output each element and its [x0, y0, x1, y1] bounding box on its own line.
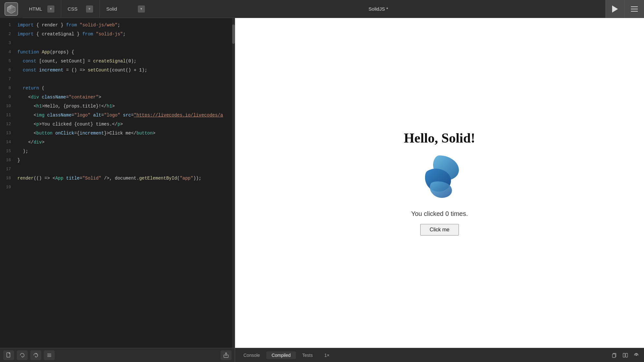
list-icon [46, 352, 52, 358]
project-title: SolidJS * [369, 6, 388, 12]
code-line-16: } [17, 156, 235, 165]
run-icon [612, 5, 618, 13]
editor-tabs: HTML ▾ CSS ▾ Solid ▾ [23, 0, 151, 18]
tab-html[interactable]: HTML ▾ [23, 0, 61, 18]
solidjs-logo [414, 152, 465, 204]
code-line-15: ); [17, 147, 235, 156]
code-area: 1 2 3 4 5 6 7 8 9 10 11 12 13 14 15 16 1 [0, 18, 235, 348]
project-title-area: SolidJS * [151, 6, 605, 12]
hard-refresh-icon [33, 352, 39, 358]
tab-css[interactable]: CSS ▾ [61, 0, 100, 18]
code-line-17 [17, 165, 235, 174]
copy-icon-button[interactable] [610, 351, 619, 360]
editor-body[interactable]: 1 2 3 4 5 6 7 8 9 10 11 12 13 14 15 16 1 [0, 18, 235, 348]
tab-console[interactable]: Console [238, 351, 265, 359]
svg-point-19 [636, 355, 637, 356]
hamburger-icon-2 [631, 9, 638, 9]
tab-compiled[interactable]: Compiled [266, 351, 296, 359]
code-line-5: const [count, setCount] = createSignal(0… [17, 57, 235, 66]
code-line-3 [17, 39, 235, 48]
code-line-1: import { render } from "solid-js/web"; [17, 21, 235, 30]
share-icon [223, 352, 229, 358]
btab-icon-group [610, 351, 641, 360]
copy-icon [611, 352, 617, 358]
code-line-19 [17, 183, 235, 192]
preview-body: Hello, Solid! [235, 18, 644, 348]
hamburger-icon [631, 6, 638, 7]
new-file-button[interactable] [3, 350, 14, 360]
top-bar: HTML ▾ CSS ▾ Solid ▾ SolidJS * [0, 0, 644, 18]
preview-title: Hello, Solid! [404, 130, 475, 146]
scroll-thumb[interactable] [232, 24, 235, 44]
code-line-4: function App(props) { [17, 48, 235, 57]
tab-console-label: Console [243, 353, 260, 358]
code-line-13: <button onClick={increment}>Click me</bu… [17, 129, 235, 138]
soft-refresh-button[interactable] [17, 350, 28, 360]
tab-tests-label: Tests [302, 353, 313, 358]
tab-count-label: 1× [324, 353, 329, 358]
tab-compiled-label: Compiled [271, 353, 290, 358]
run-button[interactable] [605, 0, 625, 18]
tab-solid-label: Solid [106, 6, 117, 12]
bottom-tabs: Console Compiled Tests 1× [235, 348, 644, 362]
code-content[interactable]: import { render } from "solid-js/web"; i… [15, 18, 235, 348]
tab-count-badge[interactable]: 1× [319, 351, 335, 359]
columns-icon [622, 352, 628, 358]
hard-refresh-button[interactable] [30, 350, 41, 360]
svg-marker-8 [35, 356, 36, 357]
code-line-8: return ( [17, 84, 235, 93]
editor-bottom-toolbar [0, 348, 235, 362]
menu-button[interactable] [625, 0, 644, 18]
code-line-14: </div> [17, 138, 235, 147]
click-count-text: You clicked 0 times. [411, 210, 468, 218]
tab-solid-chevron[interactable]: ▾ [138, 5, 145, 13]
broadcast-icon-button[interactable] [632, 351, 641, 360]
tab-css-label: CSS [68, 6, 78, 12]
livecodes-logo [5, 2, 18, 16]
tab-css-chevron[interactable]: ▾ [86, 5, 93, 13]
tab-tests[interactable]: Tests [297, 351, 318, 359]
new-file-icon [6, 352, 12, 358]
code-line-12: <p>You clicked {count} times.</p> [17, 120, 235, 129]
svg-rect-18 [626, 353, 628, 357]
code-line-18: render(() => <App title="Solid" />, docu… [17, 174, 235, 183]
svg-rect-17 [623, 353, 625, 357]
scrollbar[interactable] [232, 18, 235, 348]
line-numbers: 1 2 3 4 5 6 7 8 9 10 11 12 13 14 15 16 1 [0, 18, 15, 348]
code-line-6: const increment = () => setCount(count()… [17, 66, 235, 75]
svg-rect-16 [612, 354, 615, 357]
code-line-10: <h1>Hello, {props.title}!</h1> [17, 102, 235, 111]
svg-marker-7 [21, 356, 22, 357]
columns-icon-button[interactable] [621, 351, 630, 360]
main-content: 1 2 3 4 5 6 7 8 9 10 11 12 13 14 15 16 1 [0, 18, 644, 362]
tab-html-label: HTML [29, 6, 42, 12]
broadcast-icon [633, 352, 639, 358]
tab-html-chevron[interactable]: ▾ [47, 5, 54, 13]
code-line-9: <div className="container"> [17, 93, 235, 102]
code-line-11: <img className="logo" alt="logo" src="ht… [17, 111, 235, 120]
tab-solid[interactable]: Solid ▾ [100, 0, 151, 18]
soft-refresh-icon [19, 352, 25, 358]
logo-area [0, 0, 23, 18]
code-line-2: import { createSignal } from "solid-js"; [17, 30, 235, 39]
editor-panel: 1 2 3 4 5 6 7 8 9 10 11 12 13 14 15 16 1 [0, 18, 235, 362]
code-line-7 [17, 75, 235, 84]
hamburger-icon-3 [631, 11, 638, 12]
preview-panel: Hello, Solid! [235, 18, 644, 362]
click-me-button[interactable]: Click me [420, 224, 459, 236]
share-button[interactable] [221, 350, 232, 360]
list-button[interactable] [44, 350, 55, 360]
